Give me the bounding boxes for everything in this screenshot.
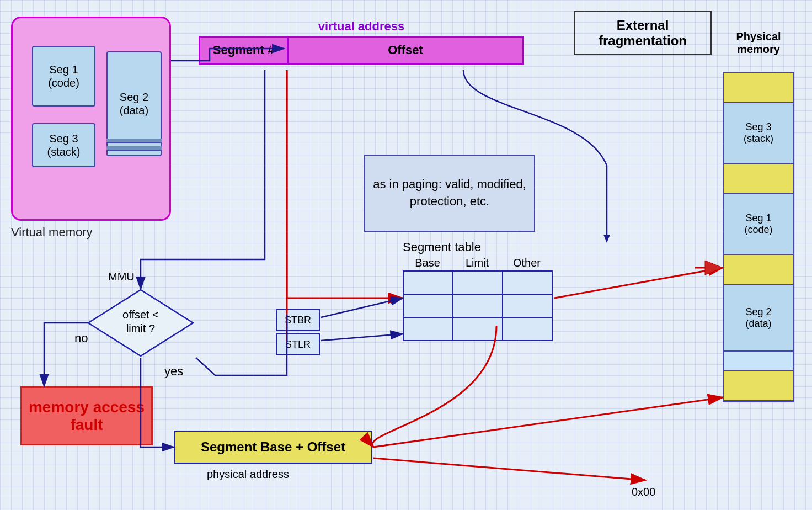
yes-label: yes — [164, 364, 183, 379]
va-segment-part: Segment # — [200, 38, 289, 63]
stbr-stlr-container: STBR STLR — [276, 309, 320, 358]
segment-table-container: Segment table Base Limit Other — [403, 240, 553, 341]
virtual-address-bar: Segment # Offset — [199, 36, 524, 65]
physical-memory-label: Physical memory — [723, 30, 794, 56]
segment-table-headers: Base Limit Other — [403, 257, 553, 269]
segment-table-title: Segment table — [403, 240, 553, 254]
table-cell — [403, 271, 453, 294]
phys-seg-3: Seg 3(stack) — [724, 103, 793, 164]
table-cell — [403, 317, 453, 341]
diamond-container: offset < limit ? — [86, 287, 196, 361]
svg-text:offset <: offset < — [122, 309, 159, 321]
header-limit: Limit — [452, 257, 502, 269]
table-cell — [403, 294, 453, 317]
segment-table — [403, 270, 553, 341]
table-cell — [453, 271, 503, 294]
seg-base-offset-box: Segment Base + Offset — [174, 431, 372, 464]
stbr-box: STBR — [276, 309, 320, 331]
phys-seg-mid-yellow2 — [724, 255, 793, 285]
paging-info-box: as in paging: valid, modified, protectio… — [364, 155, 535, 232]
va-offset-part: Offset — [289, 38, 522, 63]
table-row — [403, 317, 552, 341]
virtual-address-container: virtual address Segment # Offset — [199, 19, 524, 65]
table-row — [403, 294, 552, 317]
table-cell — [453, 294, 503, 317]
physical-memory-column: Seg 3(stack) Seg 1(code) Seg 2(data) — [723, 72, 794, 402]
table-cell — [503, 317, 552, 341]
table-cell — [503, 294, 552, 317]
mmu-label: MMU — [108, 270, 135, 283]
phys-seg-2: Seg 2(data) — [724, 285, 793, 352]
phys-seg-small-blue — [724, 352, 793, 371]
header-other: Other — [502, 257, 552, 269]
phys-seg-top-yellow — [724, 73, 793, 103]
phys-seg-mid-yellow1 — [724, 164, 793, 194]
svg-marker-7 — [603, 235, 610, 243]
diagram: Seg 1(code) Seg 3(stack) Seg 2(data) Vir… — [0, 0, 812, 510]
external-fragmentation-box: External fragmentation — [574, 11, 712, 55]
virtual-memory-box: Seg 1(code) Seg 3(stack) Seg 2(data) — [11, 17, 171, 221]
table-row — [403, 271, 552, 294]
table-cell — [503, 271, 552, 294]
header-base: Base — [403, 257, 452, 269]
stlr-box: STLR — [276, 333, 320, 355]
zero-label: 0x00 — [632, 486, 655, 498]
seg1-box: Seg 1(code) — [32, 46, 95, 107]
phys-seg-bottom-yellow — [724, 371, 793, 401]
svg-marker-8 — [705, 261, 723, 275]
virtual-address-label: virtual address — [199, 19, 524, 34]
phys-seg-1: Seg 1(code) — [724, 194, 793, 255]
fault-box: memory access fault — [20, 386, 153, 445]
table-cell — [453, 317, 503, 341]
no-label: no — [74, 331, 88, 346]
virtual-memory-label: Virtual memory — [11, 225, 93, 240]
svg-text:limit ?: limit ? — [126, 322, 155, 334]
physical-address-label: physical address — [207, 468, 289, 481]
seg3-box: Seg 3(stack) — [32, 123, 95, 167]
